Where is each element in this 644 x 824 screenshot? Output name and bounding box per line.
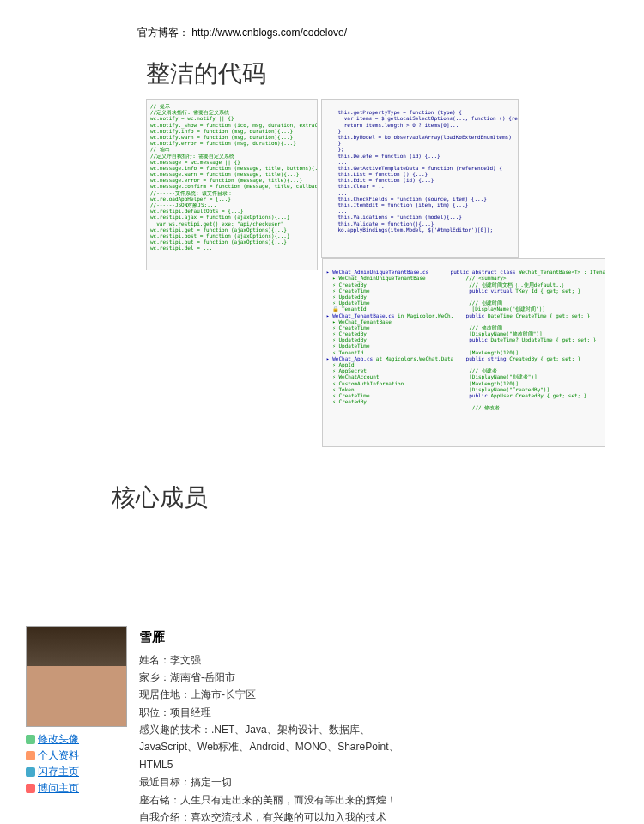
profile-link[interactable]: 个人资料	[38, 749, 79, 761]
avatar-change-icon	[26, 735, 35, 744]
realname-value: 李文强	[170, 654, 201, 666]
flash-home-link[interactable]: 闪存主页	[38, 766, 79, 778]
member-card-1: 修改头像 个人资料 闪存主页 博问主页 雪雁 姓名：李文强 家乡：湖南省-岳阳市…	[26, 626, 610, 824]
motto-label: 座右铭：	[139, 794, 180, 806]
motto-value: 人生只有走出来的美丽，而没有等出来的辉煌！	[180, 794, 397, 806]
code-screenshot-2[interactable]: this.getPropertyType = function (type) {…	[321, 99, 519, 258]
blog-url-link[interactable]: http://www.cnblogs.com/codelove/	[191, 27, 347, 39]
member-action-links: 修改头像 个人资料 闪存主页 博问主页	[26, 732, 129, 796]
profile-icon	[26, 751, 35, 760]
hometown-label: 家乡：	[139, 671, 170, 683]
section-title-core-members: 核心成员	[112, 482, 618, 514]
code-screenshot-gallery: // 提示 //定义滑块指行: 需要自定义系统 wc.notify = wc.n…	[146, 99, 618, 447]
code-screenshot-1[interactable]: // 提示 //定义滑块指行: 需要自定义系统 wc.notify = wc.n…	[146, 99, 318, 270]
member-name: 雪雁	[139, 626, 405, 648]
realname-label: 姓名：	[139, 654, 170, 666]
blog-icon	[26, 784, 35, 793]
position-label: 职位：	[139, 706, 170, 718]
position-value: 项目经理	[170, 706, 211, 718]
goal-value: 搞定一切	[191, 776, 232, 788]
avatar[interactable]	[26, 626, 127, 727]
tech-label: 感兴趣的技术：	[139, 724, 211, 736]
code-screenshot-3[interactable]: ▸ WeChat_AdminUniqueTenantBase.cs public…	[322, 258, 605, 447]
goal-label: 最近目标：	[139, 776, 191, 788]
change-avatar-link[interactable]: 修改头像	[38, 733, 79, 745]
section-title-clean-code: 整洁的代码	[146, 58, 618, 90]
location-value: 上海市-长宁区	[191, 688, 256, 700]
home-icon	[26, 767, 35, 777]
blog-home-link[interactable]: 博问主页	[38, 782, 79, 794]
official-blog-line: 官方博客： http://www.cnblogs.com/codelove/	[137, 26, 618, 40]
location-label: 现居住地：	[139, 688, 191, 700]
intro-label: 自我介绍：	[139, 811, 191, 823]
blog-label: 官方博客：	[137, 27, 189, 39]
hometown-value: 湖南省-岳阳市	[170, 671, 235, 683]
